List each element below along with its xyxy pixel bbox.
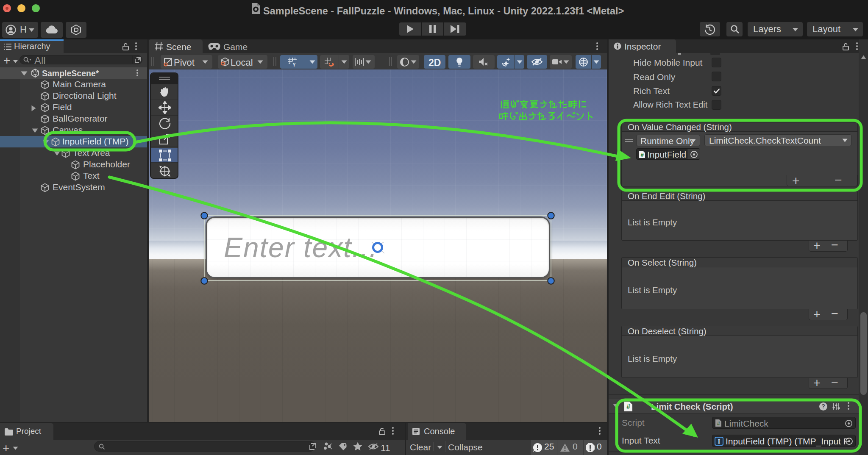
svg-text:#: # — [717, 420, 720, 427]
svg-text:I: I — [718, 438, 721, 445]
svg-text:#: # — [626, 403, 630, 411]
svg-text:#: # — [640, 152, 644, 158]
svg-text:?: ? — [821, 403, 825, 410]
svg-text:Y: Y — [292, 62, 296, 67]
